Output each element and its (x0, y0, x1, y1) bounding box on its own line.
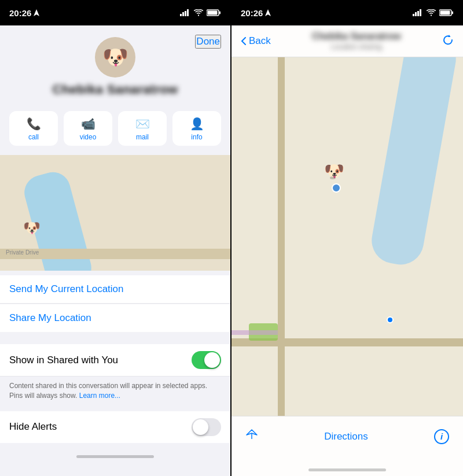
map-contact-name: Chebika Sanaratrow Location sharing (275, 31, 438, 51)
wifi-icon (194, 9, 203, 16)
contact-name: Chebika Sanaratrow (53, 82, 178, 97)
right-status-time: 20:26 (241, 8, 271, 18)
info-label: info (191, 133, 202, 141)
video-icon: 📹 (81, 117, 95, 131)
right-battery-icon (439, 9, 454, 16)
call-label: call (28, 133, 39, 141)
left-home-bar (76, 455, 154, 458)
left-status-time: 20:26 (9, 8, 39, 18)
video-label: video (80, 133, 97, 141)
call-button[interactable]: 📞 call (9, 111, 58, 146)
done-button[interactable]: Done (195, 35, 221, 49)
left-phone-screen: 20:26 (0, 0, 230, 476)
map-bottom-bar: Directions i (232, 416, 463, 456)
share-location-button[interactable]: Share My Location (0, 304, 230, 332)
map-road-vertical (278, 57, 285, 416)
right-home-bar (308, 468, 386, 471)
mail-button[interactable]: ✉️ mail (118, 111, 167, 146)
call-icon: 📞 (27, 117, 41, 131)
svg-rect-3 (185, 11, 186, 16)
left-status-bar: 20:26 (0, 0, 230, 25)
svg-rect-10 (415, 12, 417, 16)
map-body[interactable]: 🐶 (232, 57, 463, 416)
refresh-icon (442, 34, 454, 46)
hide-alerts-toggle[interactable] (192, 418, 221, 436)
map-preview-left[interactable]: Private Drive 🐶 (0, 155, 230, 271)
map-nav-bar: Back Chebika Sanaratrow Location sharing (232, 25, 463, 57)
map-pin-shadow (330, 176, 336, 179)
right-home-indicator (232, 456, 463, 476)
left-home-indicator (0, 443, 230, 463)
map-text-left: Private Drive (6, 249, 39, 256)
location-arrow-map-icon (245, 429, 258, 441)
map-location-dot (387, 316, 394, 323)
info-icon: 👤 (190, 117, 204, 131)
mail-label: mail (136, 133, 149, 141)
right-signal-icon (413, 9, 423, 16)
show-shared-toggle[interactable] (192, 351, 221, 369)
send-location-button[interactable]: Send My Current Location (0, 275, 230, 304)
map-person-dot (332, 183, 341, 193)
signal-icon (180, 9, 190, 16)
current-location-button[interactable] (245, 429, 258, 445)
avatar: 🐶 (95, 37, 135, 78)
hide-alerts-label: Hide Alerts (9, 421, 57, 433)
info-button[interactable]: 👤 info (172, 111, 221, 146)
svg-rect-14 (452, 12, 453, 14)
right-status-icons (413, 9, 454, 16)
info-circle-button[interactable]: i (434, 429, 449, 444)
shared-description: Content shared in this conversation will… (0, 377, 230, 404)
map-pin-left: 🐶 (23, 220, 41, 236)
svg-rect-4 (187, 9, 189, 16)
svg-rect-12 (420, 9, 421, 16)
action-buttons-row: 📞 call 📹 video ✉️ mail 👤 info (0, 106, 230, 155)
location-options: Send My Current Location Share My Locati… (0, 271, 230, 337)
svg-rect-9 (413, 14, 414, 16)
hide-alerts-row: Hide Alerts (0, 411, 230, 443)
right-time-text: 20:26 (241, 8, 263, 18)
video-button[interactable]: 📹 video (64, 111, 112, 146)
learn-more-link[interactable]: Learn more... (79, 392, 120, 400)
battery-icon (207, 9, 221, 16)
location-arrow-icon (34, 9, 39, 16)
back-label: Back (249, 35, 271, 47)
svg-marker-0 (34, 9, 39, 16)
chevron-left-icon (241, 36, 247, 46)
back-button[interactable]: Back (241, 35, 271, 47)
svg-rect-11 (417, 11, 419, 16)
svg-rect-7 (208, 11, 218, 15)
shared-with-you-label: Show in Shared with You (9, 355, 118, 366)
mail-icon: ✉️ (135, 117, 150, 131)
svg-rect-2 (182, 12, 184, 16)
contact-header: Done 🐶 Chebika Sanaratrow (0, 25, 230, 106)
svg-rect-6 (219, 12, 221, 14)
right-status-bar: 20:26 (232, 0, 463, 25)
left-status-icons (180, 9, 221, 16)
shared-section: Show in Shared with You Content shared i… (0, 337, 230, 443)
directions-button[interactable]: Directions (324, 431, 368, 442)
right-wifi-icon (427, 9, 436, 16)
right-location-arrow-icon (265, 9, 271, 16)
svg-rect-15 (440, 11, 450, 15)
right-phone-screen: 20:26 (232, 0, 463, 476)
map-purple-road (232, 330, 278, 335)
svg-rect-1 (180, 14, 182, 16)
left-time-text: 20:26 (9, 8, 31, 18)
svg-marker-8 (265, 9, 271, 16)
shared-with-you-row: Show in Shared with You (0, 344, 230, 377)
refresh-button[interactable] (442, 34, 454, 49)
